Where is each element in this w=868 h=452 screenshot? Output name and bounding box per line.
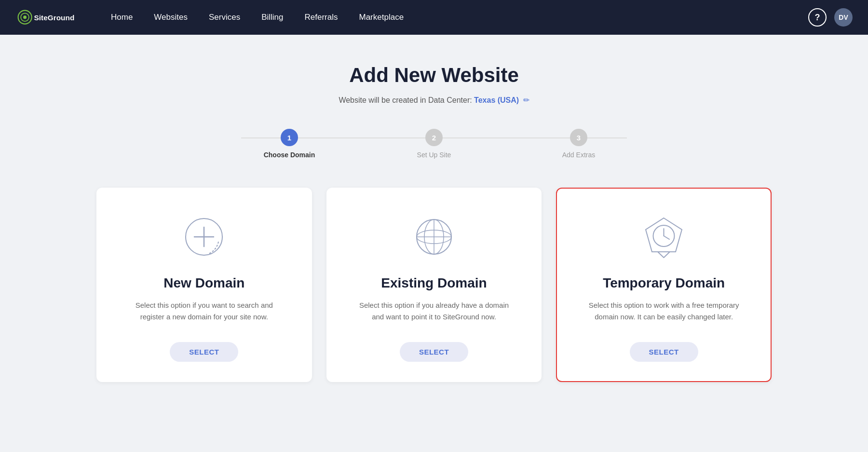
nav-links: Home Websites Services Billing Referrals… — [102, 9, 808, 26]
nav-websites[interactable]: Websites — [145, 9, 196, 26]
datacenter-link[interactable]: Texas (USA) — [474, 96, 519, 104]
help-button[interactable]: ? — [808, 8, 827, 27]
existing-domain-description: Select this option if you already have a… — [357, 300, 511, 323]
edit-datacenter-icon[interactable]: ✏ — [523, 96, 529, 104]
temporary-domain-select-button[interactable]: SELECT — [630, 342, 698, 362]
step-1-circle: 1 — [281, 129, 298, 146]
nav-marketplace[interactable]: Marketplace — [350, 9, 412, 26]
cards-row: New Domain Select this option if you wan… — [96, 188, 772, 382]
temporary-domain-icon — [640, 213, 688, 261]
logo[interactable]: SiteGround — [15, 7, 83, 28]
nav-right: ? DV — [808, 8, 853, 27]
step-1: 1 Choose Domain — [217, 129, 362, 159]
stepper: 1 Choose Domain 2 Set Up Site 3 Add Extr… — [217, 129, 651, 159]
existing-domain-title: Existing Domain — [381, 275, 487, 291]
nav-services[interactable]: Services — [200, 9, 249, 26]
svg-text:SiteGround: SiteGround — [34, 14, 75, 22]
step-2-circle: 2 — [425, 129, 443, 146]
step-2: 2 Set Up Site — [362, 129, 506, 159]
step-3: 3 Add Extras — [506, 129, 651, 159]
existing-domain-icon — [410, 213, 458, 261]
temporary-domain-description: Select this option to work with a free t… — [587, 300, 741, 323]
temporary-domain-title: Temporary Domain — [603, 275, 725, 291]
new-domain-description: Select this option if you want to search… — [127, 300, 281, 323]
existing-domain-select-button[interactable]: SELECT — [400, 342, 468, 362]
step-3-circle: 3 — [570, 129, 587, 146]
new-domain-title: New Domain — [163, 275, 244, 291]
new-domain-icon — [180, 213, 228, 261]
step-1-label: Choose Domain — [264, 151, 315, 159]
new-domain-card: New Domain Select this option if you wan… — [96, 188, 312, 382]
nav-referrals[interactable]: Referrals — [296, 9, 347, 26]
step-3-label: Add Extras — [562, 151, 595, 159]
page-subtitle: Website will be created in Data Center: … — [339, 96, 529, 105]
new-domain-select-button[interactable]: SELECT — [170, 342, 238, 362]
page-title: Add New Website — [349, 64, 519, 87]
existing-domain-card: Existing Domain Select this option if yo… — [326, 188, 542, 382]
nav-home[interactable]: Home — [102, 9, 141, 26]
step-2-label: Set Up Site — [417, 151, 451, 159]
svg-point-2 — [23, 15, 27, 19]
user-avatar[interactable]: DV — [834, 8, 853, 27]
svg-line-15 — [664, 236, 670, 239]
temporary-domain-card: Temporary Domain Select this option to w… — [556, 188, 772, 382]
main-content: Add New Website Website will be created … — [0, 35, 868, 411]
nav-billing[interactable]: Billing — [253, 9, 292, 26]
navigation: SiteGround Home Websites Services Billin… — [0, 0, 868, 35]
